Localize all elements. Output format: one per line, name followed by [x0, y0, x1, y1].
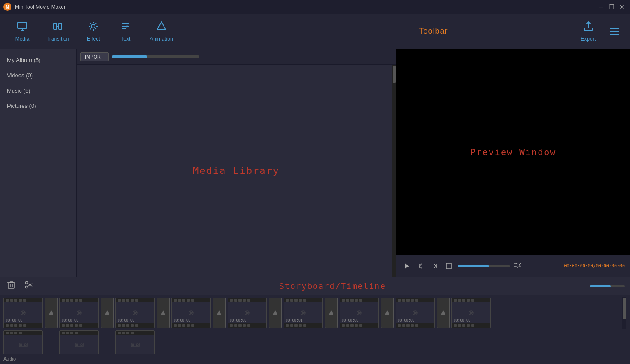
minimize-button[interactable]: ─: [597, 3, 606, 11]
film-hole: [23, 299, 26, 302]
transition-1[interactable]: [45, 298, 58, 328]
film-hole: [471, 299, 474, 302]
timeline-scissors-button[interactable]: [23, 279, 35, 293]
film-clip-9[interactable]: 00:00:00: [452, 298, 491, 328]
timeline: Storyboard/Timeline: [0, 277, 630, 364]
timeline-delete-button[interactable]: [5, 279, 18, 293]
film-thumbnail-10: [4, 335, 42, 354]
transition-8[interactable]: [437, 298, 450, 328]
film-hole: [294, 324, 298, 327]
volume-bar[interactable]: [458, 265, 510, 267]
film-clip-2[interactable]: 00:00:00: [60, 298, 99, 328]
timeline-row-1: 00:00:00 00:00:00: [0, 295, 630, 329]
film-clip-12[interactable]: [116, 330, 155, 354]
menu-line1: [610, 28, 620, 29]
film-hole: [14, 299, 18, 302]
sidebar-item-videos[interactable]: Videos (0): [0, 68, 76, 83]
app-title: MiniTool Movie Maker: [15, 4, 593, 10]
svg-point-3: [91, 24, 95, 28]
film-hole: [19, 324, 22, 327]
transition-6[interactable]: [325, 298, 338, 328]
film-thumbnail-11: [60, 335, 98, 354]
film-hole: [6, 299, 9, 302]
toolbar-transition[interactable]: Transition: [39, 17, 76, 45]
film-hole: [471, 324, 474, 327]
sidebar-item-music[interactable]: Music (5): [0, 83, 76, 98]
film-strip-bottom-9: [452, 323, 490, 328]
timeline-toolbar-center: Storyboard/Timeline: [40, 285, 625, 287]
restore-button[interactable]: ❐: [607, 3, 616, 11]
film-hole: [247, 324, 250, 327]
film-clip-5[interactable]: 00:00:00: [228, 298, 267, 328]
film-clip-3[interactable]: 00:00:00: [116, 298, 155, 328]
film-clip-11[interactable]: [60, 330, 99, 354]
film-hole: [10, 324, 13, 327]
export-button[interactable]: Export: [575, 17, 601, 45]
preview-label: Preview Window: [470, 147, 556, 157]
svg-marker-22: [217, 310, 222, 315]
film-hole: [187, 324, 190, 327]
transition-7[interactable]: [381, 298, 394, 328]
timeline-scrollbar[interactable]: [622, 297, 626, 329]
media-library-scrollbar[interactable]: [392, 65, 396, 277]
svg-point-33: [20, 344, 22, 346]
film-hole: [135, 324, 138, 327]
media-size-slider[interactable]: [112, 55, 200, 58]
film-strip-bottom-7: [340, 323, 378, 328]
film-clip-10[interactable]: [4, 330, 43, 354]
film-hole: [6, 332, 9, 334]
film-strip-top-12: [116, 331, 154, 335]
zoom-bar[interactable]: [590, 285, 625, 287]
fullscreen-button[interactable]: [444, 261, 454, 271]
film-strip-top-2: [60, 298, 98, 302]
toolbar-animation[interactable]: Animation: [143, 17, 180, 45]
film-hole: [62, 324, 65, 327]
film-hole: [131, 299, 134, 302]
film-hole: [346, 324, 349, 327]
transition-4[interactable]: [213, 298, 226, 328]
svg-point-37: [80, 344, 82, 346]
film-hole: [75, 299, 78, 302]
svg-marker-26: [329, 310, 334, 315]
timeline-zoom: [590, 285, 625, 287]
import-button[interactable]: IMPORT: [80, 52, 108, 61]
text-icon: T: [120, 21, 131, 34]
timeline-content: 00:00:00 00:00:00: [0, 295, 630, 364]
close-button[interactable]: ✕: [618, 3, 626, 11]
media-slider-track: [112, 55, 147, 58]
animation-icon: [156, 21, 167, 34]
media-library-content: Media Library: [77, 65, 396, 277]
film-strip-top-1: [4, 298, 42, 302]
film-hole: [62, 299, 65, 302]
media-scrollbar-thumb: [393, 66, 396, 83]
film-hole: [178, 324, 181, 327]
transition-label: Transition: [46, 36, 69, 42]
toolbar-media[interactable]: Media: [7, 17, 38, 45]
transition-5[interactable]: [269, 298, 282, 328]
sidebar-item-pictures[interactable]: Pictures (0): [0, 98, 76, 114]
film-clip-4[interactable]: 00:00:00: [172, 298, 211, 328]
transition-3[interactable]: [157, 298, 170, 328]
transition-2[interactable]: [101, 298, 114, 328]
film-hole: [79, 299, 82, 302]
film-clip-1[interactable]: 00:00:00: [4, 298, 43, 328]
sidebar-item-my-album[interactable]: My Album (5): [0, 52, 76, 68]
svg-point-13: [26, 282, 28, 284]
film-time-3: 00:00:00: [118, 319, 135, 322]
film-hole: [23, 324, 26, 327]
film-hole: [406, 299, 410, 302]
toolbar-effect[interactable]: Effect: [78, 17, 108, 45]
film-clip-6[interactable]: 00:00:01: [284, 298, 323, 328]
film-hole: [458, 299, 461, 302]
menu-button[interactable]: [606, 25, 623, 38]
toolbar-label: Toolbar: [291, 27, 576, 36]
toolbar-text[interactable]: T Text: [110, 17, 141, 45]
film-hole: [70, 324, 74, 327]
film-clip-8[interactable]: 00:00:00: [396, 298, 435, 328]
play-button[interactable]: [402, 261, 412, 271]
film-clip-7[interactable]: 00:00:00: [340, 298, 379, 328]
menu-line2: [610, 31, 620, 32]
next-frame-button[interactable]: [430, 261, 440, 271]
film-hole: [467, 299, 470, 302]
prev-frame-button[interactable]: [416, 261, 426, 271]
